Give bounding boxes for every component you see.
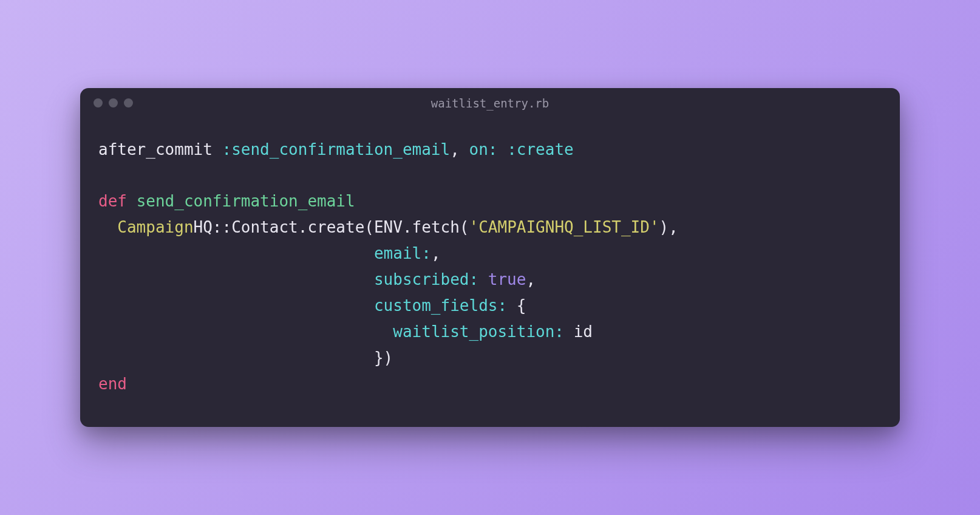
code-token: id	[564, 322, 593, 341]
code-token: 'CAMPAIGNHQ_LIST_ID'	[469, 218, 659, 236]
filename: waitlist_entry.rb	[431, 97, 549, 110]
code-token	[98, 218, 117, 236]
code-token	[98, 296, 374, 315]
code-token: def	[98, 192, 127, 210]
code-content: after_commit :send_confirmation_email, o…	[80, 118, 900, 428]
code-token: :create	[507, 140, 574, 159]
code-token: .fetch(	[403, 218, 469, 236]
code-token: custom_fields:	[374, 296, 507, 315]
code-token	[98, 322, 393, 341]
code-token: subscribed:	[374, 270, 478, 288]
code-token: :send_confirmation_email	[222, 140, 451, 159]
code-token: on:	[469, 140, 498, 159]
code-token: ENV	[374, 218, 403, 236]
code-token: ),	[659, 218, 678, 236]
code-token: })	[374, 349, 393, 367]
code-token: ,	[450, 140, 460, 159]
traffic-lights	[94, 98, 133, 107]
code-token: end	[98, 375, 127, 393]
code-token: send_confirmation_email	[137, 192, 355, 210]
code-token	[98, 244, 374, 262]
editor-window: waitlist_entry.rb after_commit :send_con…	[80, 88, 900, 428]
code-token: ,	[526, 270, 536, 288]
minimize-icon[interactable]	[109, 98, 118, 107]
code-token: waitlist_position:	[393, 322, 564, 341]
code-token	[98, 270, 374, 288]
code-token: email:	[374, 244, 431, 262]
code-token: {	[507, 296, 526, 315]
code-token: HQ::Contact	[194, 218, 298, 236]
code-token: after_commit	[98, 140, 213, 159]
code-token: Campaign	[117, 218, 193, 236]
titlebar: waitlist_entry.rb	[80, 88, 900, 118]
maximize-icon[interactable]	[124, 98, 133, 107]
close-icon[interactable]	[94, 98, 103, 107]
code-token	[98, 349, 374, 367]
code-token: ,	[431, 244, 441, 262]
code-token: true	[488, 270, 526, 288]
code-token: .create(	[298, 218, 374, 236]
